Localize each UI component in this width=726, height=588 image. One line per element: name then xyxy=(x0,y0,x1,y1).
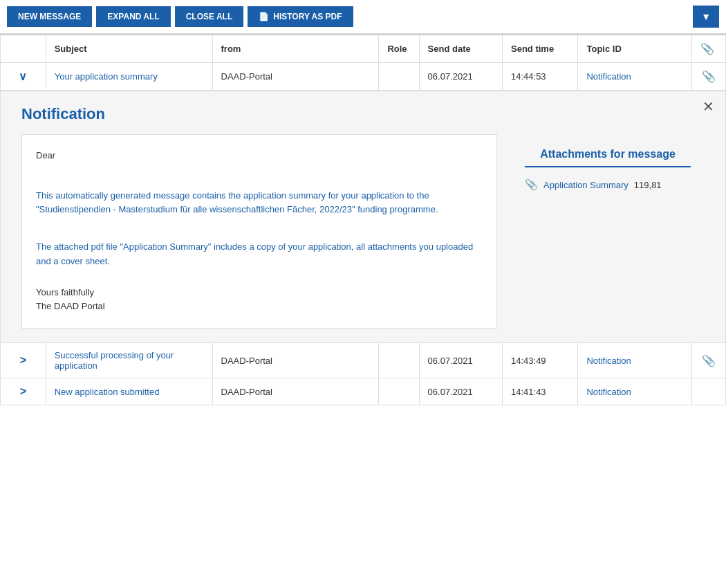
row2-attach-icon: 📎 xyxy=(702,355,716,367)
new-message-button[interactable]: NEW MESSAGE xyxy=(7,6,92,27)
row2-expand-cell: > xyxy=(1,343,46,378)
notification-panel: ✕ Notification Dear This automatically g… xyxy=(1,91,725,342)
col-topicid-header: Topic ID xyxy=(578,35,691,63)
row2-sendtime-cell: 14:43:49 xyxy=(503,343,578,378)
table-row: > New application submitted DAAD-Portal … xyxy=(1,378,726,405)
row3-subject-link[interactable]: New application submitted xyxy=(55,387,160,397)
row3-attach-cell xyxy=(691,378,725,405)
notification-title: Notification xyxy=(21,105,705,123)
attachment-item: 📎 Application Summary 119,81 xyxy=(525,178,691,191)
expand-all-button[interactable]: EXPAND ALL xyxy=(96,6,170,27)
row1-topicid-cell: Notification xyxy=(578,63,691,91)
row3-from-cell: DAAD-Portal xyxy=(212,378,379,405)
row1-subject-cell: Your application summary xyxy=(46,63,212,91)
row1-attach-icon: 📎 xyxy=(702,71,716,82)
close-notification-button[interactable]: ✕ xyxy=(702,98,714,115)
row2-expand-button[interactable]: > xyxy=(20,354,26,367)
toolbar: NEW MESSAGE EXPAND ALL CLOSE ALL 📄 HISTO… xyxy=(0,0,726,34)
table-row: > Successful processing of your applicat… xyxy=(1,343,726,378)
history-pdf-button[interactable]: 📄 HISTORY AS PDF xyxy=(248,6,353,27)
message-signoff: Yours faithfully The DAAD Portal xyxy=(36,286,483,315)
row3-topicid-cell: Notification xyxy=(578,378,691,405)
row1-from-cell: DAAD-Portal xyxy=(212,63,379,91)
message-para2: The attached pdf file "Application Summa… xyxy=(36,240,483,269)
row2-attach-cell: 📎 xyxy=(691,343,725,378)
row3-role-cell xyxy=(379,378,419,405)
col-role-header: Role xyxy=(379,35,419,63)
row3-senddate-cell: 06.07.2021 xyxy=(419,378,502,405)
row3-expand-cell: > xyxy=(1,378,46,405)
attachment-clip-icon: 📎 xyxy=(525,178,538,191)
filter-icon: ▼ xyxy=(701,11,711,22)
row3-sendtime-cell: 14:41:43 xyxy=(503,378,578,405)
filter-button[interactable]: ▼ xyxy=(693,6,719,28)
row1-sendtime-cell: 14:44:53 xyxy=(503,63,578,91)
col-subject-header: Subject xyxy=(46,35,212,63)
message-greeting: Dear xyxy=(36,149,483,163)
message-box: Dear This automatically generated messag… xyxy=(21,134,497,329)
row2-role-cell xyxy=(379,343,419,378)
row1-expand-cell: ∨ xyxy=(1,63,46,91)
row3-expand-button[interactable]: > xyxy=(20,385,26,398)
col-senddate-header: Send date xyxy=(419,35,502,63)
attachment-size: 119,81 xyxy=(634,180,662,190)
col-sendtime-header: Send time xyxy=(503,35,578,63)
attachments-divider xyxy=(525,166,691,167)
col-attach-header: 📎 xyxy=(691,35,725,63)
attachments-title: Attachments for message xyxy=(525,148,691,160)
expanded-notification-row: ✕ Notification Dear This automatically g… xyxy=(1,91,726,343)
message-signoff1: Yours faithfully xyxy=(36,286,483,300)
row1-expand-button[interactable]: ∨ xyxy=(19,70,27,83)
notification-panel-cell: ✕ Notification Dear This automatically g… xyxy=(1,91,726,343)
row1-attach-cell: 📎 xyxy=(691,63,725,91)
message-para1: This automatically generated message con… xyxy=(36,189,483,218)
attachment-name[interactable]: Application Summary xyxy=(543,180,629,190)
attach-header-icon: 📎 xyxy=(700,43,714,55)
row2-from-cell: DAAD-Portal xyxy=(212,343,379,378)
table-row: ∨ Your application summary DAAD-Portal 0… xyxy=(1,63,726,91)
col-expand-header xyxy=(1,35,46,63)
table-header-row: Subject from Role Send date Send time To… xyxy=(1,35,726,63)
message-table: Subject from Role Send date Send time To… xyxy=(0,34,726,405)
row2-senddate-cell: 06.07.2021 xyxy=(419,343,502,378)
row1-senddate-cell: 06.07.2021 xyxy=(419,63,502,91)
row2-subject-cell: Successful processing of your applicatio… xyxy=(46,343,212,378)
row2-topicid-cell: Notification xyxy=(578,343,691,378)
col-from-header: from xyxy=(212,35,379,63)
row1-role-cell xyxy=(379,63,419,91)
row2-subject-link[interactable]: Successful processing of your applicatio… xyxy=(55,350,174,371)
close-all-button[interactable]: CLOSE ALL xyxy=(175,6,244,27)
row3-subject-cell: New application submitted xyxy=(46,378,212,405)
notification-inner: Dear This automatically generated messag… xyxy=(21,134,705,329)
message-signoff2: The DAAD Portal xyxy=(36,300,483,314)
attachments-box: Attachments for message 📎 Application Su… xyxy=(511,134,705,329)
pdf-icon: 📄 xyxy=(259,12,269,21)
row1-subject-link[interactable]: Your application summary xyxy=(55,71,158,82)
